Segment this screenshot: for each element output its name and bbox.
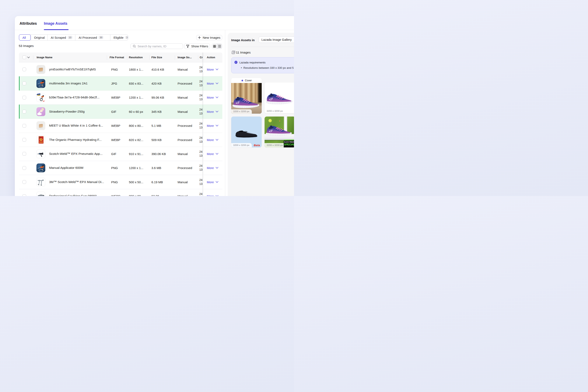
svg-text:3M: 3M [43,100,45,102]
svg-text:OFFER: OFFER [38,95,40,96]
